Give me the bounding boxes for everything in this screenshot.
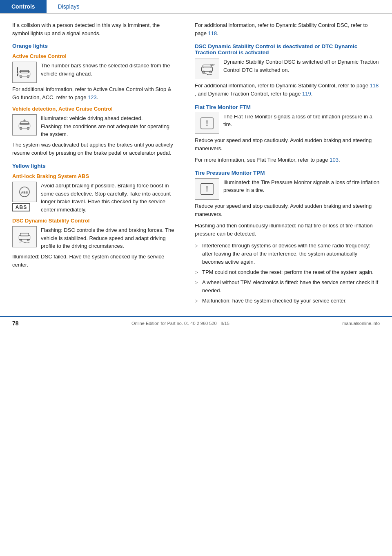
footer: 78 Online Edition for Part no. 01 40 2 9… — [0, 316, 392, 330]
tpm-description: Illuminated: the Tire Pressure Monitor s… — [223, 178, 380, 194]
svg-point-20 — [203, 71, 205, 73]
tpm-icon: ! — [195, 178, 219, 200]
vehicle-detection-icon-row: Illuminated: vehicle driving ahead detec… — [12, 114, 178, 138]
abs-description: Avoid abrupt braking if possible. Brakin… — [41, 182, 178, 214]
bullet-item-3: A wheel without TPM electronics is fitte… — [195, 278, 380, 295]
dsc-icon-row: Flashing: DSC controls the drive and bra… — [12, 226, 178, 250]
orange-lights-heading: Orange lights — [12, 43, 178, 49]
acc-icon-row: The number bars shows the selected dista… — [12, 62, 178, 83]
footer-online-text: Online Edition for Part no. 01 40 2 960 … — [131, 321, 229, 326]
acc-link[interactable]: 123 — [88, 94, 97, 100]
right-column: For additional information, refer to Dyn… — [188, 21, 392, 308]
dsc-link2[interactable]: 119 — [302, 91, 311, 97]
dsc-body2: Illuminated: DSC failed. Have the system… — [12, 253, 178, 269]
tpm-icon-row: ! Illuminated: the Tire Pressure Monitor… — [195, 178, 380, 200]
vehicle-detection-description: Illuminated: vehicle driving ahead detec… — [41, 114, 178, 138]
svg-text:OFF: OFF — [210, 64, 215, 66]
acc-svg — [16, 65, 33, 80]
ftm-description: The Flat Tire Monitor signals a loss of … — [223, 113, 380, 129]
dsc-off-icon-row: OFF Dynamic Stability Control DSC is swi… — [195, 58, 380, 79]
svg-point-17 — [27, 239, 29, 241]
svg-rect-5 — [17, 73, 18, 76]
abs-heading: Anti-lock Braking System ABS — [12, 173, 178, 179]
abs-circle-svg: ABS — [16, 186, 33, 198]
svg-point-3 — [27, 76, 29, 78]
svg-text:ABS: ABS — [21, 191, 29, 194]
acc-body: For additional information, refer to Act… — [12, 85, 178, 102]
abs-icon-top: ABS — [12, 182, 37, 202]
acc-heading: Active Cruise Control — [12, 53, 178, 59]
svg-point-9 — [20, 128, 22, 130]
intro-text: If a collision with a person detected in… — [12, 21, 178, 37]
tab-displays[interactable]: Displays — [47, 0, 91, 13]
ftm-body2: For more information, see Flat Tire Moni… — [195, 156, 380, 164]
dsc-off-svg: OFF — [199, 61, 215, 76]
right-intro: For additional information, refer to Dyn… — [195, 21, 380, 38]
tpm-body1: Reduce your speed and stop cautiously. A… — [195, 202, 380, 218]
svg-rect-8 — [20, 122, 29, 125]
svg-point-2 — [20, 76, 22, 78]
svg-point-10 — [27, 128, 29, 130]
vehicle-detection-heading: Vehicle detection, Active Cruise Control — [12, 106, 178, 112]
right-intro-link[interactable]: 118 — [208, 30, 217, 36]
svg-rect-6 — [17, 67, 18, 70]
tpm-svg: ! — [199, 182, 215, 196]
abs-icon-stack: ABS ABS — [12, 182, 37, 211]
ftm-icon-row: ! The Flat Tire Monitor signals a loss o… — [195, 113, 380, 134]
ftm-heading: Flat Tire Monitor FTM — [195, 104, 380, 110]
tab-controls[interactable]: Controls — [0, 0, 47, 13]
svg-text:!: ! — [206, 119, 208, 127]
footer-watermark: manualsonline.info — [342, 321, 380, 326]
svg-text:!: ! — [206, 185, 208, 193]
dsc-off-icon: OFF — [195, 58, 219, 79]
yellow-lights-heading: Yellow lights — [12, 163, 178, 169]
ftm-svg: ! — [199, 116, 215, 131]
dsc-icon — [12, 226, 37, 247]
dsc-deactivated-heading: DSC Dynamic Stability Control is deactiv… — [195, 43, 380, 56]
dsc-heading: DSC Dynamic Stability Control — [12, 218, 178, 224]
page-number: 78 — [12, 320, 19, 327]
svg-rect-4 — [17, 70, 18, 73]
ftm-icon: ! — [195, 113, 219, 134]
bullet-item-1: Interference through systems or devices … — [195, 242, 380, 266]
dsc-svg — [16, 229, 33, 244]
dsc-off-description: Dynamic Stability Control DSC is switche… — [223, 58, 380, 74]
acc-description: The number bars shows the selected dista… — [41, 62, 178, 78]
vehicle-detect-svg — [16, 118, 33, 132]
svg-point-16 — [20, 239, 22, 241]
tpm-bullet-list: Interference through systems or devices … — [195, 242, 380, 305]
svg-point-21 — [209, 71, 212, 73]
dsc-off-body: For additional information, refer to Dyn… — [195, 82, 380, 98]
tpm-heading: Tire Pressure Monitor TPM — [195, 170, 380, 176]
bullet-item-4: Malfunction: have the system checked by … — [195, 297, 380, 305]
abs-icon-row: ABS ABS Avoid abrupt braking if possible… — [12, 182, 178, 214]
tpm-body2: Flashing and then continuously illuminat… — [195, 222, 380, 238]
dsc-description: Flashing: DSC controls the drive and bra… — [41, 226, 178, 250]
vehicle-detect-icon — [12, 114, 37, 136]
vehicle-detection-body: The system was deactivated but applies t… — [12, 141, 178, 157]
left-column: If a collision with a person detected in… — [0, 21, 188, 308]
dsc-link1[interactable]: 118 — [370, 82, 379, 89]
ftm-body1: Reduce your speed and stop cautiously. A… — [195, 136, 380, 153]
svg-rect-15 — [20, 233, 29, 236]
bullet-item-2: TPM could not conclude the reset: perfor… — [195, 268, 380, 276]
abs-text-icon: ABS — [12, 203, 30, 211]
tab-bar: Controls Displays — [0, 0, 392, 14]
main-content: If a collision with a person detected in… — [0, 14, 392, 308]
ftm-link[interactable]: 103 — [330, 157, 339, 163]
acc-icon — [12, 62, 37, 83]
